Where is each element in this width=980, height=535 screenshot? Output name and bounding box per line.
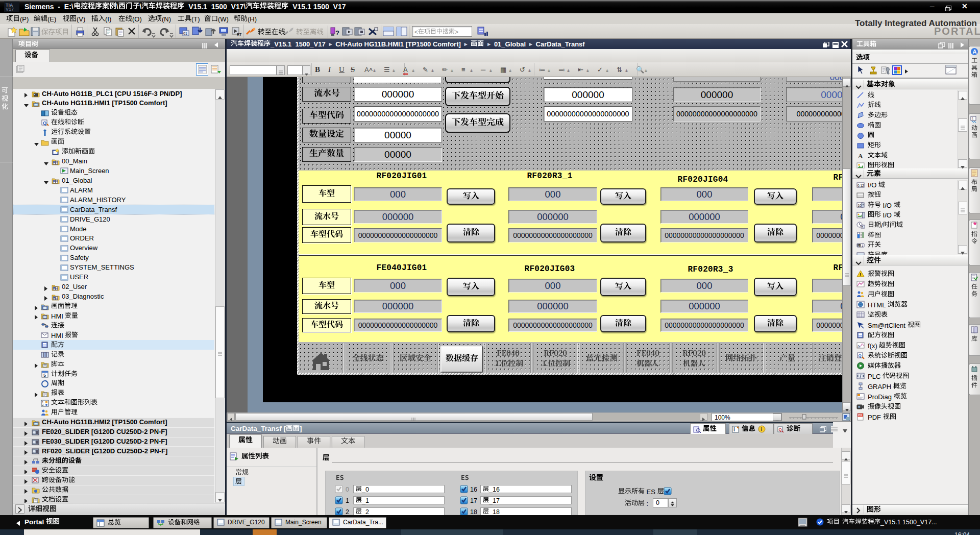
- svg-text:Q: Q: [859, 353, 862, 358]
- svg-text:01: 01: [183, 32, 187, 35]
- svg-text:5: 5: [862, 226, 863, 229]
- svg-text:0.12: 0.12: [857, 184, 864, 187]
- svg-text:PDF: PDF: [858, 414, 863, 417]
- svg-text:i: i: [761, 427, 763, 432]
- svg-text:5: 5: [43, 373, 46, 378]
- svg-text:A: A: [858, 152, 863, 159]
- svg-text:RT: RT: [237, 33, 242, 36]
- svg-text:!: !: [860, 272, 861, 277]
- svg-text:1: 1: [862, 244, 863, 247]
- svg-text:A: A: [973, 48, 977, 55]
- svg-text:2.: 2.: [42, 403, 44, 406]
- svg-text:fx: fx: [857, 345, 861, 348]
- svg-text:0: 0: [858, 244, 860, 247]
- svg-text:i: i: [733, 427, 735, 432]
- svg-text:Q: Q: [779, 427, 782, 432]
- svg-text:Q: Q: [43, 120, 46, 126]
- svg-text:10: 10: [858, 204, 862, 207]
- svg-text:?: ?: [335, 29, 339, 37]
- svg-text:V17: V17: [6, 7, 14, 12]
